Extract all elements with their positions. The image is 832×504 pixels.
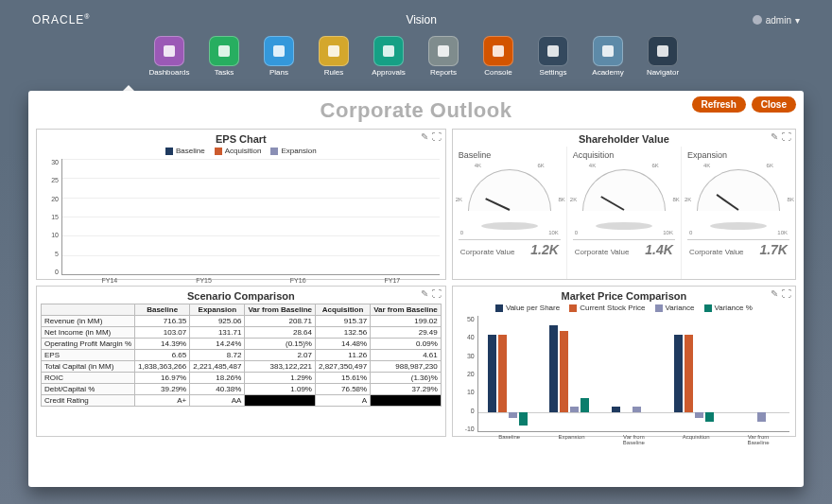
close-button[interactable]: Close (752, 96, 796, 113)
edit-icon[interactable]: ✎ (771, 288, 778, 299)
nav-label: Settings (530, 68, 576, 77)
svg-rect-3 (328, 45, 339, 57)
edit-icon[interactable]: ✎ (421, 288, 428, 299)
svg-rect-2 (273, 45, 285, 57)
nav-icon (154, 36, 184, 66)
nav-item-plans[interactable]: Plans (256, 36, 302, 77)
refresh-button[interactable]: Refresh (692, 96, 746, 113)
eps-title: EPS Chart (37, 130, 445, 147)
svg-rect-6 (493, 45, 504, 57)
legend-item: Current Stock Price (569, 304, 645, 312)
nav-icon (648, 36, 678, 66)
maximize-icon[interactable]: ⛶ (782, 288, 791, 299)
nav-icon (593, 36, 623, 66)
app-title: Vision (91, 13, 753, 26)
nav-item-approvals[interactable]: Approvals (366, 36, 411, 77)
nav-item-rules[interactable]: Rules (311, 36, 356, 77)
nav-label: Academy (585, 68, 631, 77)
brand-logo: ORACLE® (32, 13, 91, 26)
gauge-head: Expansion (687, 150, 789, 160)
maximize-icon[interactable]: ⛶ (782, 131, 791, 142)
panel-scenario-comparison: ✎ ⛶ Scenario Comparison BaselineExpansio… (36, 286, 446, 437)
nav-item-tasks[interactable]: Tasks (201, 36, 247, 77)
nav-item-reports[interactable]: Reports (421, 36, 466, 77)
table-row: Revenue (in MM)716.35925.06208.71915.371… (42, 316, 442, 327)
eps-x-label: FY15 (178, 274, 231, 284)
panel-market-price: ✎ ⛶ Market Price Comparison Value per Sh… (452, 286, 796, 437)
nav-item-console[interactable]: Console (476, 36, 521, 77)
nav-label: Reports (421, 68, 466, 77)
table-header: Expansion (190, 304, 245, 316)
gauge-value: 1.7K (759, 242, 788, 257)
edit-icon[interactable]: ✎ (421, 131, 428, 142)
nav-label: Plans (256, 68, 302, 77)
market-x-label: Var from Baseline (737, 431, 780, 445)
table-row: ROIC16.97%18.26%1.29%15.61%(1.36)% (42, 373, 442, 384)
market-title: Market Price Comparison (453, 287, 795, 304)
table-row: Debt/Capital %39.29%40.38%1.09%76.58%37.… (42, 384, 442, 395)
gauge-head: Acquisition (573, 150, 675, 160)
nav-item-dashboards[interactable]: Dashboards (147, 36, 192, 77)
legend-item: Variance % (704, 304, 753, 312)
table-header: Acquisition (315, 304, 370, 316)
gauge-title: Shareholder Value (453, 130, 795, 147)
table-row: Net Income (in MM)103.07131.7128.64132.5… (42, 327, 442, 339)
gauge-value: 1.2K (530, 242, 559, 257)
nav-label: Navigator (640, 68, 685, 77)
svg-rect-8 (602, 45, 614, 57)
user-name: admin (766, 15, 791, 26)
table-header: Var from Baseline (245, 304, 316, 316)
legend-item: Value per Share (495, 304, 560, 312)
svg-rect-7 (547, 45, 559, 57)
svg-rect-4 (383, 45, 394, 57)
edit-icon[interactable]: ✎ (771, 131, 778, 142)
market-bar-group: Baseline (488, 316, 531, 431)
gauge-value: 1.4K (645, 242, 673, 257)
market-bar-group: Acquisition (674, 316, 718, 431)
table-row: EPS6.658.722.0711.264.61 (42, 350, 442, 361)
maximize-icon[interactable]: ⛶ (432, 288, 442, 299)
nav-icon (209, 36, 239, 66)
nav-icon (264, 36, 294, 66)
eps-x-label: FY14 (83, 274, 136, 284)
table-row: Operating Profit Margin %14.39%14.24%(0.… (42, 339, 442, 350)
eps-x-label: FY17 (366, 274, 419, 284)
page-title: Corporate Outlook (321, 98, 512, 123)
eps-x-label: FY16 (271, 274, 324, 284)
chevron-down-icon: ▾ (795, 15, 800, 26)
table-row: Total Capital (in MM)1,838,363,2662,221,… (42, 361, 442, 373)
legend-item: Expansion (270, 147, 316, 155)
nav-icon (373, 36, 404, 66)
gauge-footer-label: Corporate Value (575, 248, 630, 256)
user-menu[interactable]: admin ▾ (753, 15, 800, 26)
nav-item-settings[interactable]: Settings (530, 36, 576, 77)
market-bar-group: Var from Baseline (737, 316, 780, 431)
market-x-label: Var from Baseline (612, 431, 655, 445)
svg-rect-1 (218, 45, 230, 57)
gauge-footer-label: Corporate Value (689, 248, 744, 256)
market-bar-group: Var from Baseline (612, 316, 655, 431)
table-header (42, 304, 135, 316)
scenario-title: Scenario Comparison (37, 287, 445, 304)
panel-shareholder-value: ✎ ⛶ Shareholder Value Baseline 4K6K 2K8K… (452, 129, 796, 280)
avatar-icon (753, 15, 762, 25)
svg-rect-5 (438, 45, 449, 57)
nav-label: Dashboards (147, 68, 192, 77)
market-bar-group: Expansion (549, 316, 593, 431)
nav-item-navigator[interactable]: Navigator (640, 36, 685, 77)
gauge-footer-label: Corporate Value (460, 248, 515, 256)
panel-eps-chart: ✎ ⛶ EPS Chart BaselineAcquisitionExpansi… (36, 129, 446, 280)
gauge-acquisition: Acquisition 4K6K 2K8K 010K Corporate Val… (566, 147, 681, 279)
nav-item-academy[interactable]: Academy (585, 36, 631, 77)
scenario-table: BaselineExpansionVar from BaselineAcquis… (41, 304, 442, 407)
svg-rect-9 (657, 45, 668, 57)
market-x-label: Expansion (549, 431, 593, 440)
maximize-icon[interactable]: ⛶ (432, 131, 442, 142)
gauge-head: Baseline (459, 150, 561, 160)
table-header: Var from Baseline (371, 304, 442, 316)
nav-icon (428, 36, 459, 66)
nav-label: Tasks (201, 68, 247, 77)
nav-label: Approvals (366, 68, 411, 77)
nav-icon (319, 36, 349, 66)
nav-icon (538, 36, 568, 66)
